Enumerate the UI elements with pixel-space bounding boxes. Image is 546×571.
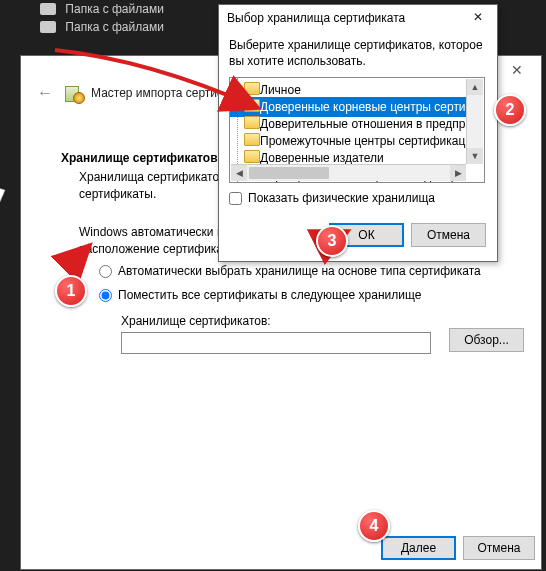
scroll-down-icon[interactable]: ▼	[467, 148, 483, 164]
radio-auto-input[interactable]	[99, 265, 112, 278]
show-physical-label: Показать физические хранилища	[248, 191, 435, 205]
explorer-row: Папка с файлами	[40, 20, 164, 34]
section-title: Хранилище сертификатов	[61, 151, 218, 165]
explorer-row: Папка с файлами	[40, 2, 164, 16]
radio-place-store[interactable]: Поместить все сертификаты в следующее хр…	[99, 288, 421, 302]
scroll-right-icon[interactable]: ▶	[450, 165, 466, 181]
browse-button[interactable]: Обзор...	[449, 328, 524, 352]
scrollbar-vertical[interactable]: ▲ ▼	[466, 79, 483, 164]
tree-item-label: Доверенные корневые центры сертификации	[260, 100, 466, 114]
radio-place-input[interactable]	[99, 289, 112, 302]
annotation-badge-1: 1	[55, 275, 87, 307]
annotation-badge-2: 2	[494, 94, 526, 126]
store-field-label: Хранилище сертификатов:	[121, 314, 271, 328]
scrollbar-thumb[interactable]	[249, 167, 329, 179]
tree-item-label: Личное	[260, 83, 301, 97]
scroll-up-icon[interactable]: ▲	[467, 79, 483, 95]
radio-auto-label: Автоматически выбрать хранилище на основ…	[118, 264, 481, 278]
dialog-title: Выбор хранилища сертификата	[227, 11, 405, 25]
explorer-row-label: Папка с файлами	[65, 20, 164, 34]
folder-icon	[40, 3, 56, 15]
radio-place-label: Поместить все сертификаты в следующее хр…	[118, 288, 421, 302]
explorer-row-label: Папка с файлами	[65, 2, 164, 16]
next-button[interactable]: Далее	[381, 536, 456, 560]
tree-item-label: Доверительные отношения в предприятии	[260, 117, 466, 131]
scroll-left-icon[interactable]: ◀	[231, 165, 247, 181]
tree-item-label: Доверенные издатели	[260, 151, 384, 165]
close-icon[interactable]: ✕	[497, 58, 537, 82]
certificate-icon	[65, 84, 83, 102]
close-icon[interactable]: ✕	[461, 7, 495, 27]
tree-item-label: Промежуточные центры сертификации	[260, 134, 466, 148]
certificate-store-tree[interactable]: ЛичноеДоверенные корневые центры сертифи…	[229, 77, 485, 183]
annotation-badge-3: 3	[316, 225, 348, 257]
scrollbar-horizontal[interactable]: ◀ ▶	[231, 164, 466, 181]
cancel-button[interactable]: Отмена	[463, 536, 535, 560]
radio-auto-select[interactable]: Автоматически выбрать хранилище на основ…	[99, 264, 481, 278]
store-selection-dialog: Выбор хранилища сертификата ✕ Выберите х…	[218, 4, 498, 262]
show-physical-input[interactable]	[229, 192, 242, 205]
annotation-badge-4: 4	[358, 510, 390, 542]
dialog-instruction: Выберите хранилище сертификатов, которое…	[229, 37, 487, 69]
show-physical-checkbox[interactable]: Показать физические хранилища	[229, 191, 435, 205]
back-arrow-icon[interactable]: ←	[37, 84, 57, 102]
cancel-button[interactable]: Отмена	[411, 223, 486, 247]
folder-icon	[40, 21, 56, 33]
store-input[interactable]	[121, 332, 431, 354]
